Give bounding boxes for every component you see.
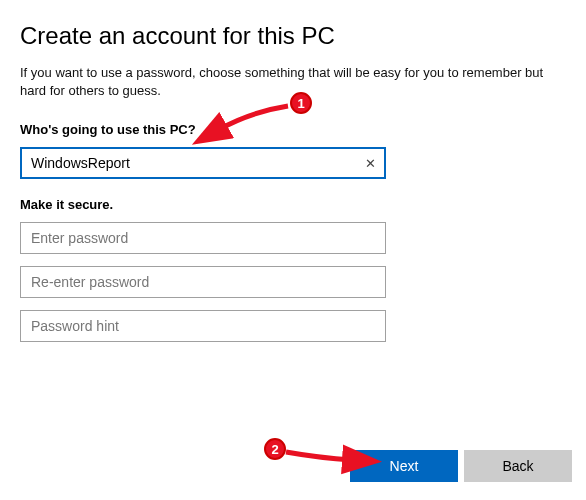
annotation-arrow-2 (280, 440, 360, 470)
annotation-badge-1: 1 (290, 92, 312, 114)
password-input[interactable] (20, 222, 386, 254)
reenter-password-input[interactable] (20, 266, 386, 298)
secure-section-label: Make it secure. (20, 197, 566, 212)
page-subtitle: If you want to use a password, choose so… (20, 64, 560, 100)
username-input-wrap: ✕ (20, 147, 386, 179)
create-account-form: Create an account for this PC If you wan… (0, 0, 586, 342)
page-title: Create an account for this PC (20, 22, 566, 50)
password-hint-input[interactable] (20, 310, 386, 342)
close-icon: ✕ (365, 157, 376, 170)
back-button[interactable]: Back (464, 450, 572, 482)
next-button[interactable]: Next (350, 450, 458, 482)
annotation-arrow-1 (210, 100, 300, 140)
clear-username-button[interactable]: ✕ (358, 151, 382, 175)
annotation-badge-2: 2 (264, 438, 286, 460)
button-bar: Next Back (350, 450, 572, 482)
username-input[interactable] (20, 147, 386, 179)
